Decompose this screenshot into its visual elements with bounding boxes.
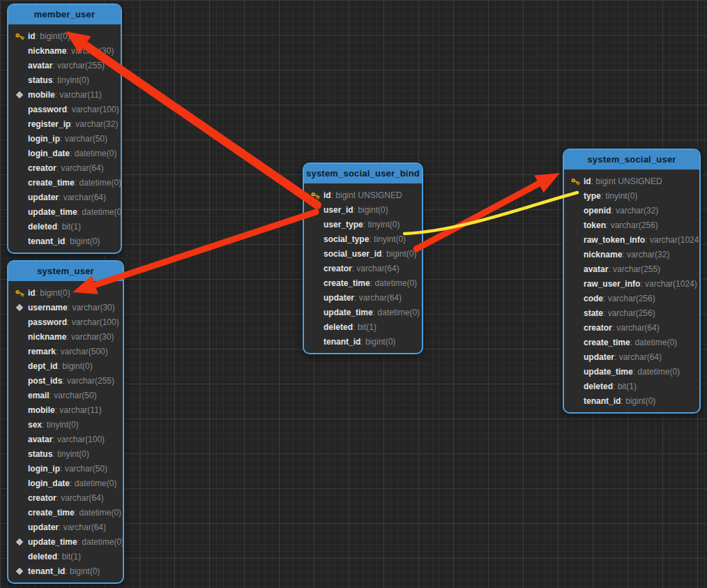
- field-row-system_user-email[interactable]: emailvarchar(50): [8, 388, 123, 402]
- relation-yellow-line-system_social_user_bind.social_type-to-system_social_user.type[interactable]: [404, 193, 577, 234]
- relation-red-arrow-system_social_user_bind.social_user_id-to-system_social_user.id[interactable]: [416, 173, 560, 249]
- field-name: deleted: [584, 382, 613, 391]
- field-row-member_user-nickname[interactable]: nicknamevarchar(30): [8, 43, 121, 58]
- field-row-system_user-sex[interactable]: sextinyint(0): [8, 417, 123, 432]
- field-row-system_social_user-creator[interactable]: creatorvarchar(64): [564, 320, 699, 335]
- field-row-system_social_user_bind-deleted[interactable]: deletedbit(1): [304, 319, 422, 334]
- field-row-system_user-deleted[interactable]: deletedbit(1): [8, 549, 123, 564]
- field-row-member_user-login_ip[interactable]: login_ipvarchar(50): [8, 131, 121, 146]
- field-name: updater: [324, 293, 354, 303]
- field-name: openid: [584, 206, 611, 216]
- field-row-system_user-login_date[interactable]: login_datedatetime(0): [8, 476, 123, 490]
- field-row-system_social_user-nickname[interactable]: nicknamevarchar(32): [564, 247, 699, 262]
- field-row-member_user-create_time[interactable]: create_timedatetime(0): [8, 175, 121, 190]
- field-row-system_user-post_ids[interactable]: post_idsvarchar(255): [8, 373, 123, 388]
- field-name: login_date: [28, 478, 70, 488]
- icon-placeholder: [14, 434, 25, 444]
- field-row-system_social_user_bind-id[interactable]: idbigint UNSIGNED: [304, 188, 422, 202]
- field-row-member_user-tenant_id[interactable]: tenant_idbigint(0): [8, 234, 121, 248]
- field-row-member_user-login_date[interactable]: login_datedatetime(0): [8, 146, 121, 160]
- field-row-system_social_user_bind-creator[interactable]: creatorvarchar(64): [304, 261, 422, 276]
- field-name: update_time: [28, 207, 77, 217]
- field-row-system_social_user-tenant_id[interactable]: tenant_idbigint(0): [564, 393, 699, 408]
- field-name: sex: [28, 420, 42, 430]
- key-icon: [14, 31, 25, 41]
- field-row-system_social_user-openid[interactable]: openidvarchar(32): [564, 203, 699, 218]
- field-row-system_user-dept_id[interactable]: dept_idbigint(0): [8, 359, 123, 373]
- field-row-system_user-avatar[interactable]: avatarvarchar(100): [8, 432, 123, 446]
- table-system_social_user[interactable]: system_social_useridbigint UNSIGNEDtypet…: [563, 149, 701, 414]
- field-row-member_user-password[interactable]: passwordvarchar(100): [8, 102, 121, 116]
- field-type: varchar(64): [354, 293, 402, 303]
- field-row-system_social_user_bind-updater[interactable]: updatervarchar(64): [304, 290, 422, 305]
- field-row-system_social_user_bind-update_time[interactable]: update_timedatetime(0): [304, 305, 422, 319]
- field-row-system_social_user-deleted[interactable]: deletedbit(1): [564, 379, 699, 393]
- field-row-member_user-deleted[interactable]: deletedbit(1): [8, 219, 121, 234]
- icon-placeholder: [14, 419, 25, 430]
- field-name: dept_id: [28, 361, 58, 371]
- icon-placeholder: [310, 219, 321, 229]
- field-row-system_user-username[interactable]: usernamevarchar(30): [8, 300, 123, 315]
- icon-placeholder: [310, 263, 321, 273]
- field-type: varchar(100): [67, 105, 119, 114]
- table-system_user[interactable]: system_useridbigint(0)usernamevarchar(30…: [7, 260, 124, 584]
- icon-placeholder: [14, 405, 25, 415]
- table-member_user[interactable]: member_useridbigint(0)nicknamevarchar(30…: [7, 3, 122, 254]
- field-row-member_user-avatar[interactable]: avatarvarchar(255): [8, 58, 121, 73]
- field-row-system_user-tenant_id[interactable]: tenant_idbigint(0): [8, 564, 123, 578]
- table-title-system_social_user[interactable]: system_social_user: [564, 150, 699, 169]
- field-row-system_social_user-code[interactable]: codevarchar(256): [564, 291, 699, 306]
- field-name: status: [28, 449, 52, 459]
- field-row-member_user-register_ip[interactable]: register_ipvarchar(32): [8, 116, 121, 131]
- field-row-system_user-login_ip[interactable]: login_ipvarchar(50): [8, 461, 123, 476]
- field-row-system_user-mobile[interactable]: mobilevarchar(11): [8, 402, 123, 417]
- field-row-system_social_user-type[interactable]: typetinyint(0): [564, 188, 699, 203]
- field-row-member_user-creator[interactable]: creatorvarchar(64): [8, 160, 121, 175]
- field-row-system_social_user-id[interactable]: idbigint UNSIGNED: [564, 174, 699, 188]
- field-row-member_user-update_time[interactable]: update_timedatetime(0): [8, 204, 121, 219]
- field-row-system_social_user-state[interactable]: statevarchar(256): [564, 306, 699, 320]
- field-type: varchar(32): [611, 206, 658, 216]
- field-row-member_user-updater[interactable]: updatervarchar(64): [8, 190, 121, 204]
- field-row-system_social_user-avatar[interactable]: avatarvarchar(255): [564, 262, 699, 276]
- field-type: varchar(64): [56, 163, 104, 173]
- diagram-canvas[interactable]: member_useridbigint(0)nicknamevarchar(30…: [0, 0, 707, 588]
- field-type: varchar(50): [60, 134, 107, 144]
- field-row-system_user-nickname[interactable]: nicknamevarchar(30): [8, 329, 123, 344]
- field-name: login_ip: [28, 464, 60, 474]
- field-row-member_user-status[interactable]: statustinyint(0): [8, 73, 121, 87]
- field-row-member_user-id[interactable]: idbigint(0): [8, 29, 121, 43]
- table-title-system_user[interactable]: system_user: [8, 262, 123, 281]
- table-system_social_user_bind[interactable]: system_social_user_bindidbigint UNSIGNED…: [303, 163, 423, 354]
- field-row-system_user-password[interactable]: passwordvarchar(100): [8, 315, 123, 329]
- table-title-system_social_user_bind[interactable]: system_social_user_bind: [304, 164, 422, 183]
- field-row-system_user-creator[interactable]: creatorvarchar(64): [8, 490, 123, 505]
- field-row-member_user-mobile[interactable]: mobilevarchar(11): [8, 87, 121, 102]
- field-row-system_user-remark[interactable]: remarkvarchar(500): [8, 344, 123, 359]
- field-row-system_social_user-raw_user_info[interactable]: raw_user_infovarchar(1024): [564, 276, 699, 291]
- field-row-system_social_user_bind-social_user_id[interactable]: social_user_idbigint(0): [304, 246, 422, 261]
- field-type: varchar(32): [70, 119, 118, 129]
- field-row-system_user-id[interactable]: idbigint(0): [8, 285, 123, 300]
- field-row-system_social_user_bind-social_type[interactable]: social_typetinyint(0): [304, 232, 422, 246]
- table-title-member_user[interactable]: member_user: [8, 5, 121, 24]
- field-row-system_social_user-raw_token_info[interactable]: raw_token_infovarchar(1024): [564, 232, 699, 247]
- field-row-system_social_user-token[interactable]: tokenvarchar(256): [564, 218, 699, 232]
- field-row-system_social_user_bind-user_id[interactable]: user_idbigint(0): [304, 202, 422, 217]
- field-row-system_social_user_bind-tenant_id[interactable]: tenant_idbigint(0): [304, 334, 422, 349]
- icon-placeholder: [310, 307, 321, 317]
- field-row-system_social_user_bind-user_type[interactable]: user_typetinyint(0): [304, 217, 422, 232]
- field-row-system_social_user-update_time[interactable]: update_timedatetime(0): [564, 364, 699, 379]
- field-row-system_user-status[interactable]: statustinyint(0): [8, 446, 123, 461]
- field-row-system_user-update_time[interactable]: update_timedatetime(0): [8, 534, 123, 549]
- field-row-system_social_user-updater[interactable]: updatervarchar(64): [564, 349, 699, 364]
- field-row-system_social_user_bind-create_time[interactable]: create_timedatetime(0): [304, 276, 422, 290]
- field-row-system_user-create_time[interactable]: create_timedatetime(0): [8, 505, 123, 520]
- field-row-system_social_user-create_time[interactable]: create_timedatetime(0): [564, 335, 699, 349]
- field-row-system_user-updater[interactable]: updatervarchar(64): [8, 520, 123, 534]
- field-name: state: [584, 308, 603, 318]
- field-name: username: [28, 303, 68, 312]
- field-type: varchar(256): [603, 294, 655, 303]
- field-type: varchar(30): [66, 46, 114, 56]
- field-type: varchar(500): [56, 347, 108, 356]
